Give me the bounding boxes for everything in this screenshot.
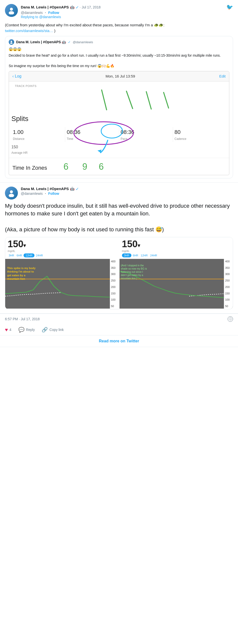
y-label-r-100: 100 (225, 298, 232, 301)
tweet-2-verified-badge: ✓ (76, 186, 79, 191)
chart-left-btn-12hr[interactable]: 12HR (23, 254, 34, 258)
author-name: Dana M. Lewis | #OpenAPS 🤖 (21, 5, 75, 10)
avatar-image (5, 4, 18, 17)
tweet-date: Jul 17, 2018 (82, 5, 100, 9)
chart-left-y-axis: 400 350 300 250 200 150 100 50 (110, 259, 119, 308)
chart-left-btn-6hr[interactable]: 6HR (16, 254, 23, 258)
y-label-100: 100 (111, 298, 118, 301)
action-bar: ♥ 4 💬 Reply 🔗 Copy link (0, 324, 238, 336)
handle-follow-line: @danamlewis · Follow (21, 10, 233, 15)
tweet-2-handle-follow: @danamlewis · Follow (21, 191, 233, 196)
charts-row: 150▾ mg/dL 3HR 6HR 12HR 24HR (5, 237, 233, 309)
quoted-avatar (9, 39, 14, 45)
split-distance-value: 1.00 (13, 128, 63, 136)
run-nav-title: Mon, 16 Jul 13:59 (106, 74, 135, 79)
heart-count: 4 (9, 328, 11, 332)
chart-left-btn-3hr[interactable]: 3HR (8, 254, 15, 258)
chart-right-btn-24hr[interactable]: 24HR (149, 254, 158, 258)
y-label-r-250: 250 (225, 279, 232, 282)
chart-right-canvas: 400 350 300 250 200 150 100 50 (And I (119, 259, 233, 308)
tweet-text-part2: ) (54, 28, 55, 33)
svg-point-10 (10, 190, 13, 193)
svg-point-1 (9, 11, 14, 14)
split-cadence-value: 80 (175, 128, 225, 136)
split-pace-value: 08:36 (121, 128, 171, 136)
chart-left-unit: mg/dL (8, 250, 116, 252)
heart-icon: ♥ (5, 327, 8, 333)
split-time-value: 08:36 (67, 128, 117, 136)
copy-link-icon: 🔗 (42, 327, 48, 333)
info-icon[interactable]: ⓘ (228, 316, 233, 322)
quoted-handle: @danamlewis (73, 40, 93, 44)
avatar[interactable] (5, 4, 18, 17)
splits-title: Splits (11, 114, 227, 124)
svg-line-4 (102, 90, 107, 110)
y-label-r-300: 300 (225, 272, 232, 276)
splits-row: 1.00 Distance 08:36 Time 08:36 Pace (11, 127, 227, 142)
split-hr-label: Average HR (11, 151, 27, 154)
tz-number1: 6 (63, 162, 68, 172)
tweet-2-author-line: Dana M. Lewis | #OpenAPS 🤖 ✓ (21, 186, 233, 191)
chart-right-annotation: (And I stopped in the shade so now my BG… (121, 264, 149, 280)
tweet-2-author-name: Dana M. Lewis | #OpenAPS 🤖 (21, 186, 75, 191)
track-section: TRACK POINTS (9, 82, 229, 112)
quoted-emojis: 😱😱😱 (9, 47, 229, 52)
tweet-link[interactable]: twitter.com/danamlewis/sta… (5, 28, 53, 33)
tweet-2-handle: @danamlewis (21, 192, 43, 196)
copy-link-action[interactable]: 🔗 Copy link (42, 327, 64, 333)
y-label-150: 150 (111, 292, 118, 295)
y-label-r-50: 50 (225, 304, 232, 308)
tz-number3: 6 (99, 162, 104, 172)
twitter-bird-icon: 🐦 (226, 4, 233, 10)
reply-to: Replying to @danamlewis (21, 15, 233, 19)
run-nav-edit[interactable]: Edit (219, 74, 226, 79)
quoted-tweet-header: Dana M. Lewis | #OpenAPS 🤖 ✓ @danamlewis (5, 36, 233, 46)
heart-action[interactable]: ♥ 4 (5, 327, 11, 333)
read-more-bar: Read more on Twitter (0, 336, 238, 347)
tweet-handle: @danamlewis (21, 11, 43, 15)
splits-section: Splits 1.00 Distance 08:36 Time (9, 112, 229, 158)
tweet-1-text: (Context from yesterday about why I'm ex… (5, 22, 233, 34)
chart-right-unit: mg/dL (122, 250, 231, 252)
copy-link-label: Copy link (49, 328, 64, 332)
tweet-2-text: My body doesn't produce insulin, but it … (5, 202, 233, 234)
tweet-2-follow-link[interactable]: Follow (48, 192, 59, 196)
split-pace-label: Pace (121, 137, 171, 141)
tweet-container: Dana M. Lewis | #OpenAPS 🤖 ✓ · Jul 17, 2… (0, 0, 238, 347)
split-distance-label: Distance (13, 137, 63, 141)
tweet-2-meta: Dana M. Lewis | #OpenAPS 🤖 ✓ @danamlewis… (21, 186, 233, 196)
chart-right-btn-3hr[interactable]: 3HR (122, 254, 131, 258)
reply-action[interactable]: 💬 Reply (18, 327, 35, 333)
y-label-250: 250 (111, 279, 118, 282)
tweet-2: Dana M. Lewis | #OpenAPS 🤖 ✓ @danamlewis… (0, 182, 238, 314)
run-nav-back[interactable]: ‹ Log (12, 73, 21, 79)
tweet-text-part1: (Context from yesterday about why I'm ex… (5, 23, 164, 27)
y-label-r-200: 200 (225, 286, 232, 288)
y-label-r-150: 150 (225, 292, 232, 295)
reply-to-handle[interactable]: @danamlewis (39, 15, 61, 19)
svg-line-6 (146, 92, 151, 109)
quoted-tweet[interactable]: Dana M. Lewis | #OpenAPS 🤖 ✓ @danamlewis… (5, 36, 233, 178)
split-time-label: Time (67, 137, 117, 141)
chart-right-y-axis: 400 350 300 250 200 150 100 50 (224, 259, 233, 308)
split-time: 08:36 Time (65, 127, 119, 142)
read-more-button[interactable]: Read more on Twitter (5, 339, 233, 343)
chart-right-btn-12hr[interactable]: 12HR (140, 254, 149, 258)
follow-link[interactable]: Follow (48, 11, 59, 15)
quoted-body-text2: So imagine my surprise for this being th… (9, 63, 229, 68)
split-hr: 150 Average HR (11, 144, 227, 155)
chart-left-arrow: ▾ (23, 243, 26, 248)
chart-right-bg-value: 150 (122, 239, 138, 249)
quoted-tweet-text: 😱😱😱 Decided to brave the heat* and go fo… (5, 46, 233, 178)
quoted-verified-badge: ✓ (68, 40, 71, 44)
chart-left-annotation: This spike is my body thinking I'm about… (7, 266, 37, 280)
dot-separator: · (80, 5, 81, 9)
run-nav: ‹ Log Mon, 16 Jul 13:59 Edit (9, 71, 229, 82)
svg-point-3 (10, 42, 13, 44)
tweet-footer: 6:57 PM · Jul 17, 2018 ⓘ (0, 314, 238, 324)
tweet-2-avatar[interactable] (5, 186, 18, 200)
chart-right-btn-6hr[interactable]: 6HR (132, 254, 139, 258)
chart-left-btn-24hr[interactable]: 24HR (35, 254, 44, 258)
split-hr-value: 150 (11, 145, 18, 149)
reply-to-text: Replying to (21, 15, 39, 19)
